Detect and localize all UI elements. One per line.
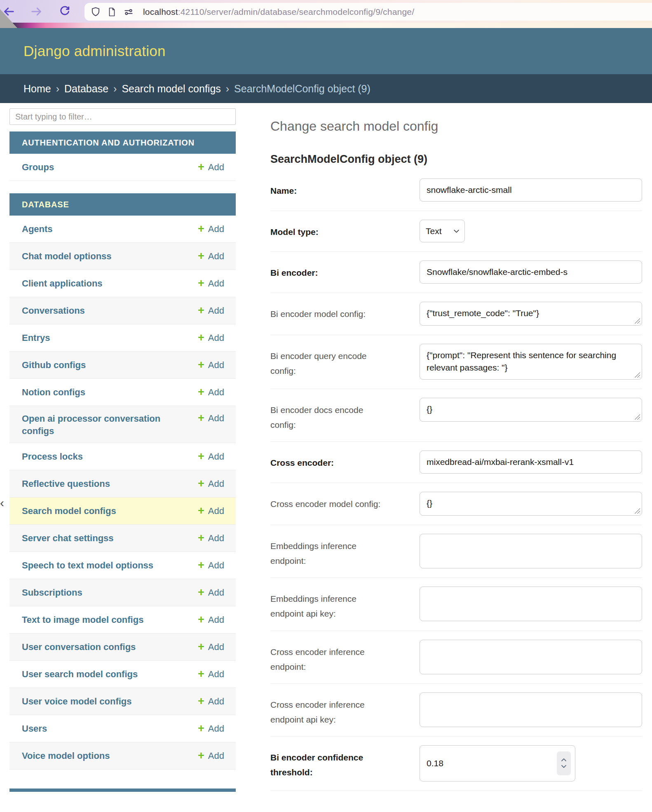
add-link[interactable]: +Add xyxy=(198,587,224,598)
model-link[interactable]: Github configs xyxy=(22,359,86,371)
model-link[interactable]: Agents xyxy=(22,223,53,235)
plus-icon: + xyxy=(198,359,204,371)
address-bar[interactable]: localhost:42110/server/admin/database/se… xyxy=(84,3,652,21)
field-label-cross-encoder-model-config: Cross encoder model config: xyxy=(270,492,382,516)
module-caption-link[interactable]: AUTHENTICATION AND AUTHORIZATION xyxy=(9,131,236,154)
model-link[interactable]: Groups xyxy=(22,161,54,174)
breadcrumb-separator: › xyxy=(56,83,59,95)
sidebar-item-text-to-image-model-configs: Text to image model configs+Add xyxy=(9,606,236,634)
model-link[interactable]: Speech to text model optionss xyxy=(22,559,153,572)
field-widget-bi-encoder-model-config: {"trust_remote_code": "True"} xyxy=(420,302,642,326)
add-label: Add xyxy=(208,696,224,707)
field-cross-encoder-model-config[interactable]: {} xyxy=(420,492,642,516)
field-embeddings-inference-endpoint[interactable] xyxy=(420,534,642,568)
add-link[interactable]: +Add xyxy=(198,332,224,343)
sidebar-item-client-applications: Client applications+Add xyxy=(9,270,236,297)
add-label: Add xyxy=(208,387,224,398)
sidebar-collapse-toggle[interactable]: ‹ xyxy=(0,497,4,509)
sidebar-item-reflective-questions: Reflective questions+Add xyxy=(9,470,236,498)
field-cross-encoder[interactable] xyxy=(420,451,642,474)
model-link[interactable]: Chat model optionss xyxy=(22,250,112,263)
shield-icon[interactable] xyxy=(90,7,101,17)
url-text[interactable]: localhost:42110/server/admin/database/se… xyxy=(143,7,414,17)
add-link[interactable]: +Add xyxy=(198,278,224,289)
breadcrumb-link[interactable]: Search model configs xyxy=(122,83,220,95)
field-bi-encoder[interactable] xyxy=(420,260,642,284)
add-link[interactable]: +Add xyxy=(198,251,224,262)
add-link[interactable]: +Add xyxy=(198,359,224,371)
add-label: Add xyxy=(208,162,224,173)
model-link[interactable]: User conversation configs xyxy=(22,641,136,653)
field-bi-encoder-confidence-threshold[interactable]: 0.18 xyxy=(420,745,575,781)
plus-icon: + xyxy=(198,278,204,289)
browser-forward-button[interactable] xyxy=(30,5,43,18)
app-module: DATABASEAgents+AddChat model optionss+Ad… xyxy=(9,193,236,770)
add-link[interactable]: +Add xyxy=(198,696,224,707)
plus-icon: + xyxy=(198,696,204,707)
field-bi-encoder-docs-encode-config[interactable]: {} xyxy=(420,398,642,422)
add-link[interactable]: +Add xyxy=(198,223,224,235)
resize-grip[interactable] xyxy=(634,414,640,420)
browser-refresh-button[interactable] xyxy=(59,5,71,18)
number-stepper[interactable] xyxy=(557,751,571,775)
add-link[interactable]: +Add xyxy=(198,533,224,544)
field-model-type-select[interactable]: Text xyxy=(420,220,465,242)
breadcrumb-link[interactable]: Database xyxy=(64,83,108,95)
add-link[interactable]: +Add xyxy=(198,750,224,761)
breadcrumb-link[interactable]: Home xyxy=(23,83,51,95)
resize-grip[interactable] xyxy=(634,508,640,514)
add-link[interactable]: +Add xyxy=(198,305,224,316)
model-link[interactable]: Entrys xyxy=(22,332,50,344)
add-label: Add xyxy=(208,305,224,316)
model-link[interactable]: Process locks xyxy=(22,451,83,463)
add-link[interactable]: +Add xyxy=(198,505,224,516)
model-link[interactable]: Subscriptions xyxy=(22,587,82,599)
add-link[interactable]: +Add xyxy=(198,560,224,571)
add-label: Add xyxy=(208,615,224,625)
model-link[interactable]: Voice model options xyxy=(22,750,110,762)
model-link[interactable]: User voice model configs xyxy=(22,695,132,708)
model-link[interactable]: Search model configs xyxy=(22,505,116,517)
model-link[interactable]: Server chat settingss xyxy=(22,532,114,544)
add-label: Add xyxy=(208,751,224,761)
model-link[interactable]: User search model configs xyxy=(22,668,138,681)
field-label-cross-encoder-inference-endpoint-api-key: Cross encoder inference endpoint api key… xyxy=(270,692,382,727)
field-name[interactable] xyxy=(420,178,642,202)
model-link[interactable]: Reflective questions xyxy=(22,478,110,490)
model-link[interactable]: Notion configs xyxy=(22,386,85,399)
add-link[interactable]: +Add xyxy=(198,451,224,462)
add-label: Add xyxy=(208,587,224,598)
field-cross-encoder-inference-endpoint[interactable] xyxy=(420,640,642,674)
model-link[interactable]: Conversations xyxy=(22,305,85,317)
plus-icon: + xyxy=(198,641,204,652)
add-label: Add xyxy=(208,224,224,235)
field-cross-encoder-inference-endpoint-api-key[interactable] xyxy=(420,692,642,727)
model-link[interactable]: Text to image model configs xyxy=(22,614,143,626)
add-link[interactable]: +Add xyxy=(198,669,224,680)
add-link[interactable]: +Add xyxy=(198,478,224,489)
forward-arrow-icon xyxy=(30,5,43,18)
add-link[interactable]: +Add xyxy=(198,413,224,424)
add-link[interactable]: +Add xyxy=(198,162,224,173)
field-bi-encoder-model-config[interactable]: {"trust_remote_code": "True"} xyxy=(420,302,642,326)
model-link[interactable]: Client applications xyxy=(22,277,103,290)
add-link[interactable]: +Add xyxy=(198,641,224,652)
field-embeddings-inference-endpoint-api-key[interactable] xyxy=(420,587,642,621)
plus-icon: + xyxy=(198,533,204,544)
add-link[interactable]: +Add xyxy=(198,723,224,734)
module-caption-link[interactable]: DATABASE xyxy=(9,193,236,216)
model-link[interactable]: Users xyxy=(22,723,47,735)
add-link[interactable]: +Add xyxy=(198,614,224,625)
add-label: Add xyxy=(208,533,224,544)
site-title-link[interactable]: Django administration xyxy=(23,43,166,59)
resize-grip[interactable] xyxy=(634,372,640,378)
resize-grip[interactable] xyxy=(634,318,640,324)
add-link[interactable]: +Add xyxy=(198,387,224,398)
field-bi-encoder-query-encode-config[interactable]: {"prompt": "Represent this sentence for … xyxy=(420,344,642,380)
model-link[interactable]: Open ai processor conversation configs xyxy=(22,413,172,437)
page-info-icon[interactable] xyxy=(107,7,117,17)
main-content: Change search model config SearchModelCo… xyxy=(270,103,642,791)
field-widget-cross-encoder-inference-endpoint xyxy=(420,640,642,674)
permissions-toggles-icon[interactable] xyxy=(123,7,134,17)
sidebar-filter-input[interactable] xyxy=(9,108,236,125)
